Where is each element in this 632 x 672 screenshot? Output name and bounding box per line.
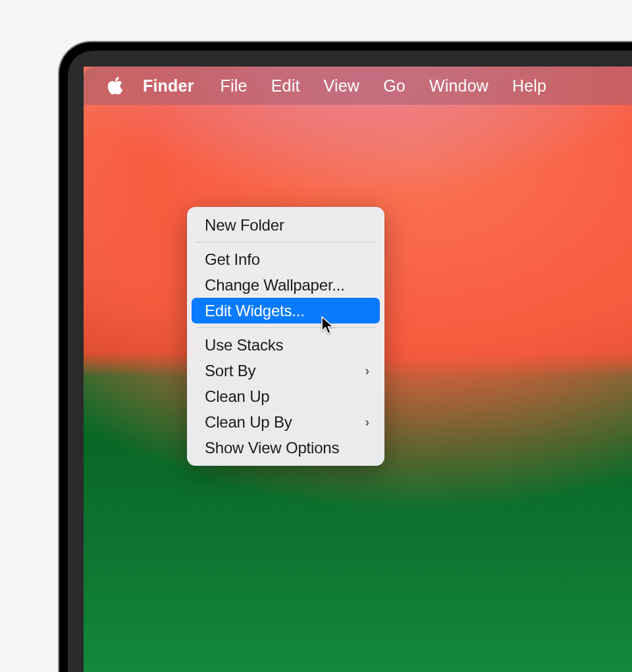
context-item-label: Use Stacks <box>205 336 283 354</box>
context-menu-divider <box>196 327 375 328</box>
context-item-label: New Folder <box>205 216 284 235</box>
desktop-context-menu: New Folder Get Info Change Wallpaper... … <box>187 207 384 466</box>
chevron-right-icon: › <box>365 363 369 378</box>
context-item-use-stacks[interactable]: Use Stacks <box>192 332 380 358</box>
context-item-label: Get Info <box>205 250 260 269</box>
cursor-icon <box>321 316 334 335</box>
context-item-label: Show View Options <box>205 439 339 457</box>
context-menu-divider <box>196 242 375 242</box>
context-item-clean-up-by[interactable]: Clean Up By › <box>192 409 380 435</box>
menubar-item-edit[interactable]: Edit <box>259 76 312 96</box>
apple-logo-icon[interactable] <box>106 75 124 96</box>
context-item-label: Change Wallpaper... <box>205 276 345 294</box>
context-item-sort-by[interactable]: Sort By › <box>192 358 380 383</box>
context-item-new-folder[interactable]: New Folder <box>192 212 380 238</box>
menubar-item-go[interactable]: Go <box>371 76 417 96</box>
device-bezel: Finder File Edit View Go Window Help New… <box>59 42 632 672</box>
chevron-right-icon: › <box>365 414 369 430</box>
menubar-item-window[interactable]: Window <box>417 76 500 96</box>
context-item-label: Clean Up <box>205 387 269 406</box>
screen: Finder File Edit View Go Window Help New… <box>84 67 632 672</box>
menubar-item-help[interactable]: Help <box>500 76 558 96</box>
context-item-label: Edit Widgets... <box>205 302 305 320</box>
context-item-label: Sort By <box>205 362 255 380</box>
device-inner-bezel: Finder File Edit View Go Window Help New… <box>68 51 632 672</box>
menubar-app-name[interactable]: Finder <box>143 76 209 96</box>
context-item-show-view-options[interactable]: Show View Options <box>192 435 380 461</box>
menubar: Finder File Edit View Go Window Help <box>84 67 632 105</box>
context-item-edit-widgets[interactable]: Edit Widgets... <box>192 298 380 323</box>
context-item-get-info[interactable]: Get Info <box>192 246 380 272</box>
desktop-wallpaper[interactable]: Finder File Edit View Go Window Help New… <box>84 67 632 672</box>
context-item-clean-up[interactable]: Clean Up <box>192 383 380 409</box>
context-item-label: Clean Up By <box>205 413 292 432</box>
menubar-item-view[interactable]: View <box>312 76 372 96</box>
context-item-change-wallpaper[interactable]: Change Wallpaper... <box>192 272 380 298</box>
menubar-item-file[interactable]: File <box>209 76 259 96</box>
